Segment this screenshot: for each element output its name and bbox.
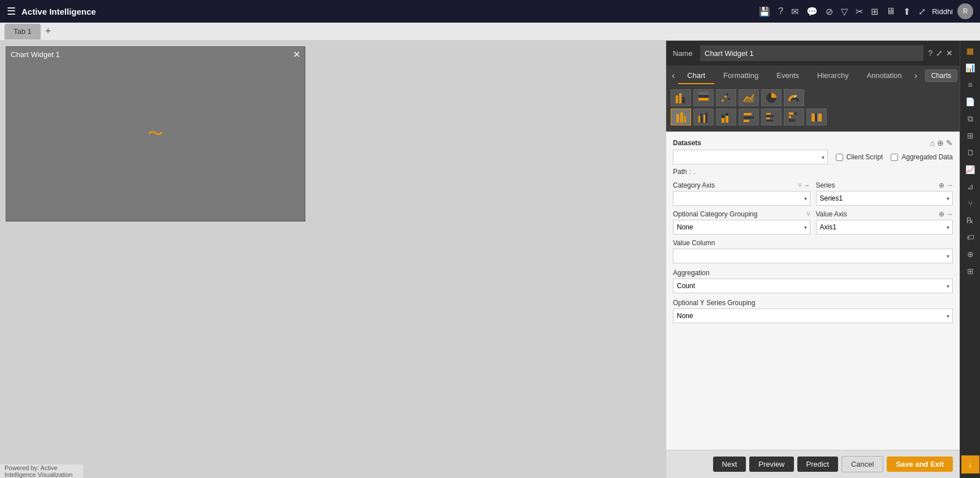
value-axis-add-icon[interactable]: ⊕ xyxy=(939,210,944,218)
upload-icon[interactable]: ⬆ xyxy=(901,5,912,18)
expand-icon[interactable]: ⤢ xyxy=(917,5,927,18)
tab-events[interactable]: Events xyxy=(767,68,808,84)
chart-type-column-grouped[interactable] xyxy=(693,108,714,125)
grid-icon[interactable]: ⊞ xyxy=(869,5,880,18)
chart-type-area[interactable] xyxy=(739,89,759,106)
opt-cat-label-row: Optional Category Grouping ⑂ xyxy=(673,210,810,218)
panel-close-icon[interactable]: ✕ xyxy=(946,49,953,58)
chat-icon[interactable]: 💬 xyxy=(805,5,819,18)
right-bar-table-icon[interactable]: ▦ xyxy=(961,43,979,59)
predict-button[interactable]: Predict xyxy=(797,457,838,472)
datasets-edit-icon[interactable]: ✎ xyxy=(946,138,953,147)
tab-1[interactable]: Tab 1 xyxy=(5,24,41,40)
next-button[interactable]: Next xyxy=(713,457,746,472)
right-bar-report-icon[interactable]: 🗋 xyxy=(961,145,979,160)
right-bar-rx-icon[interactable]: ℞ xyxy=(961,212,979,228)
svg-rect-34 xyxy=(795,112,797,115)
opt-y-series-select[interactable]: None xyxy=(673,308,953,323)
category-axis-network-icon[interactable]: ⑂ xyxy=(798,181,802,189)
right-bar-network-icon[interactable]: ⑂ xyxy=(961,195,979,211)
tab-add-button[interactable]: + xyxy=(41,25,56,37)
opt-cat-network-icon[interactable]: ⑂ xyxy=(806,210,810,218)
chart-type-bar-stacked-alt[interactable] xyxy=(806,108,827,125)
value-axis-select[interactable]: Axis1 xyxy=(816,220,953,234)
chart-type-pie[interactable] xyxy=(761,89,782,106)
chart-type-gauge[interactable] xyxy=(784,89,804,106)
topbar-right: 💾 ? ✉ 💬 ⊘ ▽ ✂ ⊞ 🖥 ⬆ ⤢ Riddhi R xyxy=(757,3,973,19)
svg-point-9 xyxy=(726,93,728,95)
svg-point-6 xyxy=(722,99,724,102)
client-script-checkbox[interactable] xyxy=(836,154,843,161)
hamburger-icon[interactable]: ☰ xyxy=(7,5,16,18)
category-axis-arrow-icon[interactable]: → xyxy=(804,181,810,189)
value-axis-label-row: Value Axis ⊕ → xyxy=(816,210,953,218)
cancel-button[interactable]: Cancel xyxy=(841,456,883,472)
save-icon[interactable]: 💾 xyxy=(757,5,772,18)
svg-rect-28 xyxy=(766,115,774,117)
tools-icon[interactable]: ✂ xyxy=(854,5,865,18)
tab-annotation[interactable]: Annotation xyxy=(858,68,911,84)
opt-cat-select[interactable]: None xyxy=(673,220,810,234)
main-area: Chart Widget 1 ✕ 〜 Powered by: Active In… xyxy=(0,41,980,478)
envelope-icon[interactable]: ✉ xyxy=(789,5,800,18)
tab-chart[interactable]: Chart xyxy=(678,68,714,84)
series-add-icon[interactable]: ⊕ xyxy=(939,181,944,189)
canvas-area: Chart Widget 1 ✕ 〜 Powered by: Active In… xyxy=(0,41,666,478)
chart-type-bar-grouped[interactable] xyxy=(784,108,804,125)
value-axis-label: Value Axis xyxy=(816,210,847,218)
panel-tab-next[interactable]: › xyxy=(911,71,921,81)
datasets-select[interactable] xyxy=(673,150,828,164)
right-bar-download-button[interactable]: ↓ xyxy=(961,455,979,473)
right-bar-circles-icon[interactable]: ⊕ xyxy=(961,246,979,262)
aggregation-label-row: Aggregation xyxy=(673,269,953,277)
filter1-icon[interactable]: ⊘ xyxy=(824,5,835,18)
series-arrow-icon[interactable]: → xyxy=(946,181,953,189)
widget-name-input[interactable] xyxy=(700,45,923,61)
right-bar-label-icon[interactable]: 🏷 xyxy=(961,229,979,245)
datasets-home-icon[interactable]: ⌂ xyxy=(930,138,935,147)
chart-type-column[interactable] xyxy=(671,108,691,125)
svg-rect-15 xyxy=(684,116,686,123)
aggregation-select[interactable]: Count xyxy=(673,279,953,293)
right-bar-list-icon[interactable]: ≡ xyxy=(961,77,979,93)
tab-formatting[interactable]: Formatting xyxy=(714,68,767,84)
chart-type-bar[interactable] xyxy=(671,89,691,106)
chart-icons-row-1 xyxy=(671,89,955,106)
right-bar-copy-icon[interactable]: ⧉ xyxy=(961,111,979,127)
svg-rect-30 xyxy=(766,120,773,121)
datasets-add-icon[interactable]: ⊕ xyxy=(937,138,944,147)
right-bar-chart-icon[interactable]: 📊 xyxy=(961,60,979,76)
aggregated-data-checkbox[interactable] xyxy=(891,154,898,161)
widget-close-button[interactable]: ✕ xyxy=(293,49,300,60)
chart-type-bar-horizontal[interactable] xyxy=(739,108,759,125)
right-bar-filter-icon[interactable]: ⊿ xyxy=(961,179,979,194)
right-bar-grid2-icon[interactable]: ⊞ xyxy=(961,263,979,279)
charts-button[interactable]: Charts xyxy=(925,69,957,82)
value-column-select[interactable] xyxy=(673,249,953,263)
value-axis-arrow-icon[interactable]: → xyxy=(946,210,953,218)
right-bar-doc-icon[interactable]: 📄 xyxy=(961,94,979,110)
right-bar-chart2-icon[interactable]: 📈 xyxy=(961,162,979,177)
preview-button[interactable]: Preview xyxy=(749,457,793,472)
filter2-icon[interactable]: ▽ xyxy=(839,5,849,18)
panel-help-icon[interactable]: ? xyxy=(928,49,932,58)
panel-tab-prev[interactable]: ‹ xyxy=(668,71,678,81)
app-title: Active Intelligence xyxy=(21,7,96,16)
chart-type-scatter[interactable] xyxy=(716,89,736,106)
category-axis-col: Category Axis ⑂ → ▾ xyxy=(673,181,810,206)
desktop-icon[interactable]: 🖥 xyxy=(884,5,897,18)
chart-widget: Chart Widget 1 ✕ 〜 xyxy=(6,46,305,221)
chart-type-stacked-bar[interactable] xyxy=(693,89,714,106)
tab-hierarchy[interactable]: Hierarchy xyxy=(808,68,858,84)
right-bar-table2-icon[interactable]: ⊞ xyxy=(961,128,979,144)
svg-rect-27 xyxy=(766,113,771,115)
chart-type-bar-horizontal-2[interactable] xyxy=(761,108,782,125)
chart-type-column-stacked[interactable] xyxy=(716,108,736,125)
help-icon[interactable]: ? xyxy=(776,5,785,18)
panel-expand-icon[interactable]: ⤢ xyxy=(936,49,943,58)
series-select[interactable]: Series1 xyxy=(816,191,953,206)
save-exit-button[interactable]: Save and Exit xyxy=(887,457,953,472)
category-axis-icons: ⑂ → xyxy=(798,181,810,189)
widget-title-bar: Chart Widget 1 ✕ xyxy=(6,47,305,62)
category-axis-select[interactable] xyxy=(673,191,810,206)
